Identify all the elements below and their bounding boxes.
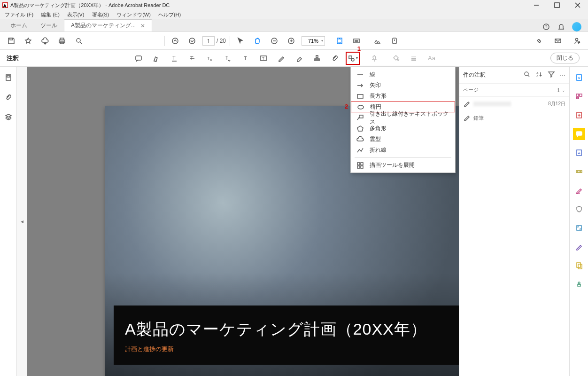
mail-icon[interactable] <box>551 34 565 47</box>
fill-color-icon[interactable] <box>389 51 403 65</box>
svg-rect-11 <box>60 42 64 44</box>
svg-text:T: T <box>262 56 264 61</box>
comment-item[interactable]: 8月12日 <box>459 97 569 111</box>
comment-tool-icon[interactable] <box>573 128 585 140</box>
menu-item-line[interactable]: 線 <box>351 69 455 80</box>
prev-page-chevron[interactable]: ◂ <box>17 67 27 376</box>
pin-icon[interactable] <box>367 51 381 65</box>
more-icon[interactable]: ⋯ <box>560 72 565 78</box>
hand-icon[interactable] <box>251 34 264 47</box>
current-page-input[interactable]: 1 <box>202 36 215 46</box>
minimize-button[interactable] <box>526 0 547 10</box>
doc-subtitle: 計画と進捗の更新 <box>125 345 469 353</box>
menu-view[interactable]: 表示(V) <box>65 11 86 18</box>
protect-icon[interactable] <box>573 203 585 215</box>
drawing-tools-button[interactable]: ▾ 1 <box>346 52 360 65</box>
sign-icon[interactable] <box>371 34 384 47</box>
layers-icon[interactable] <box>3 112 14 122</box>
close-button[interactable] <box>567 0 588 10</box>
underline-icon[interactable]: T <box>167 51 181 65</box>
share-icon[interactable] <box>570 34 583 47</box>
polygon-icon <box>356 125 364 133</box>
maximize-button[interactable] <box>547 0 567 10</box>
save-icon[interactable] <box>5 34 18 47</box>
text-format-icon[interactable]: Aa <box>425 51 439 65</box>
print-icon[interactable] <box>55 34 69 47</box>
comment-item[interactable]: 鉛筆 <box>459 111 569 125</box>
chevron-down-icon[interactable]: ⌄ <box>562 88 565 93</box>
attachments-icon[interactable] <box>3 92 14 102</box>
menu-help[interactable]: ヘルプ(H) <box>156 11 183 18</box>
edit-pdf-icon[interactable] <box>573 184 585 196</box>
strikethrough-icon[interactable]: T <box>185 51 199 65</box>
organize-icon[interactable] <box>573 90 585 102</box>
fit-page-icon[interactable] <box>333 34 346 47</box>
tab-tools[interactable]: ツール <box>34 19 64 31</box>
highlight-icon[interactable] <box>149 51 163 65</box>
zoom-out-icon[interactable] <box>268 34 281 47</box>
measure-icon[interactable] <box>573 165 585 178</box>
replace-text-icon[interactable]: Ta <box>203 51 217 65</box>
zoom-in-icon[interactable] <box>285 34 298 47</box>
link-icon[interactable] <box>533 34 546 47</box>
svg-rect-53 <box>7 76 10 77</box>
tab-document[interactable]: A製品のマーケティング... ✕ <box>64 19 152 31</box>
avatar[interactable] <box>572 22 581 31</box>
tab-bar: ホーム ツール A製品のマーケティング... ✕ ? <box>0 19 588 32</box>
eraser-icon[interactable] <box>292 51 306 65</box>
fill-sign-icon[interactable] <box>573 147 585 159</box>
thumbnails-icon[interactable] <box>3 72 14 83</box>
star-icon[interactable] <box>22 34 35 47</box>
export-pdf-icon[interactable] <box>573 71 585 84</box>
find-icon[interactable] <box>72 34 85 47</box>
pencil-icon[interactable] <box>274 51 288 65</box>
menu-separator <box>355 157 451 158</box>
compress-icon[interactable] <box>573 222 585 234</box>
tab-home[interactable]: ホーム <box>4 19 34 31</box>
sticky-note-icon[interactable] <box>132 51 146 65</box>
combine-icon[interactable] <box>573 259 585 272</box>
insert-text-icon[interactable]: T <box>221 51 235 65</box>
menu-item-expand[interactable]: 描画ツールを展開 <box>351 160 455 171</box>
text-box-icon[interactable]: T <box>256 51 271 65</box>
menu-file[interactable]: ファイル (F) <box>3 11 35 18</box>
menu-sign[interactable]: 署名(S) <box>90 11 111 18</box>
title-caption: A製品のマーケティング計画（20XX年） 計画と進捗の更新 <box>114 306 480 365</box>
pencil-icon <box>463 114 471 122</box>
line-weight-icon[interactable] <box>407 51 421 65</box>
attach-icon[interactable] <box>328 51 342 65</box>
comment-date: 8月12日 <box>548 101 565 107</box>
text-comment-icon[interactable]: T <box>239 51 253 65</box>
page-up-icon[interactable] <box>169 34 182 47</box>
menu-item-oval[interactable]: 2 楕円 <box>351 102 455 112</box>
filter-icon[interactable] <box>548 70 555 79</box>
zoom-select[interactable]: 71% <box>302 36 325 46</box>
menu-item-cloud[interactable]: 雲型 <box>351 134 455 145</box>
menu-item-arrow[interactable]: 矢印 <box>351 80 455 91</box>
svg-point-12 <box>77 39 80 42</box>
search-icon[interactable] <box>523 70 531 79</box>
page-section-label: ページ <box>463 86 479 94</box>
menu-item-rectangle[interactable]: 長方形 <box>351 91 455 102</box>
help-icon[interactable]: ? <box>542 23 550 31</box>
stamp-icon[interactable] <box>310 51 324 65</box>
menu-item-callout[interactable]: 引き出し線付きテキストボックス <box>351 112 455 123</box>
sort-icon[interactable]: AZ <box>535 70 543 79</box>
menu-edit[interactable]: 編集 (E) <box>39 11 62 18</box>
close-comment-button[interactable]: 閉じる <box>550 53 580 63</box>
svg-rect-59 <box>576 94 579 96</box>
page-down-icon[interactable] <box>186 34 199 47</box>
menu-item-polyline[interactable]: 折れ線 <box>351 145 455 156</box>
tab-close-icon[interactable]: ✕ <box>140 23 145 29</box>
svg-rect-61 <box>576 97 579 99</box>
scroll-icon[interactable] <box>388 34 401 47</box>
menu-window[interactable]: ウィンドウ(W) <box>115 11 153 18</box>
redact-icon[interactable] <box>573 241 585 253</box>
read-mode-icon[interactable] <box>350 34 363 47</box>
bell-icon[interactable] <box>557 23 565 31</box>
cloud-upload-icon[interactable] <box>39 34 52 47</box>
create-pdf-icon[interactable] <box>573 109 585 121</box>
selection-icon[interactable] <box>234 34 247 47</box>
more-tools-icon[interactable] <box>573 278 585 290</box>
svg-rect-83 <box>357 166 360 168</box>
